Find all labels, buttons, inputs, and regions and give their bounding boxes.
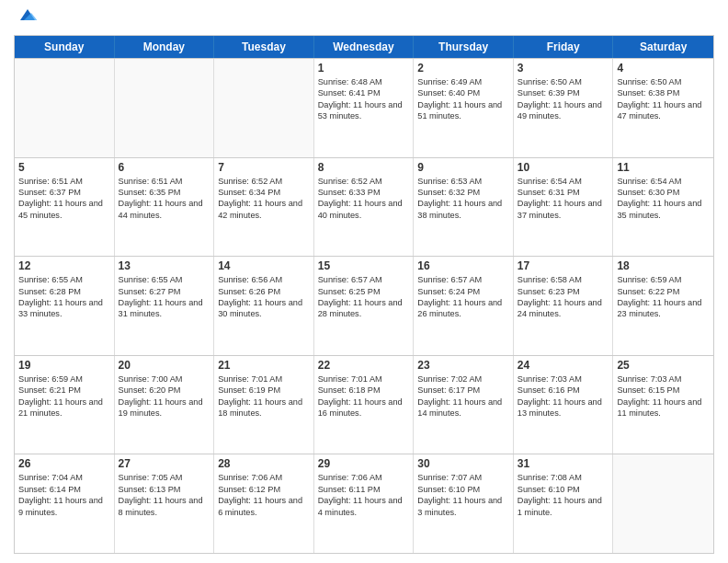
cell-detail: Sunrise: 6:54 AM Sunset: 6:31 PM Dayligh…: [518, 176, 609, 222]
cell-detail: Sunrise: 7:01 AM Sunset: 6:18 PM Dayligh…: [318, 373, 410, 419]
cell-detail: Sunrise: 6:50 AM Sunset: 6:38 PM Dayligh…: [617, 76, 710, 122]
cal-cell-day-15: 15Sunrise: 6:57 AM Sunset: 6:25 PM Dayli…: [314, 257, 415, 355]
day-number: 28: [218, 457, 310, 470]
cal-cell-day-12: 12Sunrise: 6:55 AM Sunset: 6:28 PM Dayli…: [15, 257, 115, 355]
cell-detail: Sunrise: 7:05 AM Sunset: 6:13 PM Dayligh…: [119, 472, 210, 518]
calendar: SundayMondayTuesdayWednesdayThursdayFrid…: [14, 35, 714, 554]
cal-cell-day-11: 11Sunrise: 6:54 AM Sunset: 6:30 PM Dayli…: [613, 158, 713, 257]
cal-header-tuesday: Tuesday: [214, 36, 314, 58]
cal-header-sunday: Sunday: [15, 36, 115, 58]
cal-cell-day-13: 13Sunrise: 6:55 AM Sunset: 6:27 PM Dayli…: [115, 257, 215, 355]
cal-cell-day-6: 6Sunrise: 6:51 AM Sunset: 6:35 PM Daylig…: [115, 158, 215, 257]
cal-cell-day-4: 4Sunrise: 6:50 AM Sunset: 6:38 PM Daylig…: [613, 59, 713, 157]
cal-cell-day-16: 16Sunrise: 6:57 AM Sunset: 6:24 PM Dayli…: [414, 257, 514, 355]
cal-cell-day-22: 22Sunrise: 7:01 AM Sunset: 6:18 PM Dayli…: [314, 356, 415, 454]
cal-cell-day-1: 1Sunrise: 6:48 AM Sunset: 6:41 PM Daylig…: [314, 59, 415, 157]
cell-detail: Sunrise: 7:07 AM Sunset: 6:10 PM Dayligh…: [417, 472, 509, 518]
day-number: 21: [218, 359, 310, 372]
day-number: 27: [119, 457, 210, 470]
cell-detail: Sunrise: 7:08 AM Sunset: 6:10 PM Dayligh…: [518, 472, 609, 518]
cell-detail: Sunrise: 6:57 AM Sunset: 6:25 PM Dayligh…: [318, 274, 410, 320]
cell-detail: Sunrise: 7:06 AM Sunset: 6:12 PM Dayligh…: [218, 472, 310, 518]
calendar-body: 1Sunrise: 6:48 AM Sunset: 6:41 PM Daylig…: [15, 58, 713, 553]
day-number: 22: [318, 359, 410, 372]
day-number: 4: [617, 62, 710, 75]
cal-week-4: 19Sunrise: 6:59 AM Sunset: 6:21 PM Dayli…: [15, 355, 713, 454]
day-number: 2: [417, 62, 509, 75]
day-number: 10: [518, 161, 609, 174]
cal-cell-day-21: 21Sunrise: 7:01 AM Sunset: 6:19 PM Dayli…: [214, 356, 314, 454]
day-number: 17: [518, 259, 609, 272]
cal-cell-day-30: 30Sunrise: 7:07 AM Sunset: 6:10 PM Dayli…: [414, 454, 514, 553]
cal-cell-day-2: 2Sunrise: 6:49 AM Sunset: 6:40 PM Daylig…: [414, 59, 514, 157]
cal-cell-empty: [613, 454, 713, 553]
cal-cell-day-23: 23Sunrise: 7:02 AM Sunset: 6:17 PM Dayli…: [414, 356, 514, 454]
cell-detail: Sunrise: 6:57 AM Sunset: 6:24 PM Dayligh…: [417, 274, 509, 320]
day-number: 3: [518, 62, 609, 75]
cell-detail: Sunrise: 7:06 AM Sunset: 6:11 PM Dayligh…: [318, 472, 410, 518]
cal-cell-day-18: 18Sunrise: 6:59 AM Sunset: 6:22 PM Dayli…: [613, 257, 713, 355]
day-number: 16: [417, 259, 509, 272]
cal-header-thursday: Thursday: [414, 36, 514, 58]
cell-detail: Sunrise: 7:01 AM Sunset: 6:19 PM Dayligh…: [218, 373, 310, 419]
cell-detail: Sunrise: 7:03 AM Sunset: 6:15 PM Dayligh…: [617, 373, 710, 419]
cell-detail: Sunrise: 7:00 AM Sunset: 6:20 PM Dayligh…: [119, 373, 210, 419]
day-number: 5: [18, 161, 110, 174]
cal-cell-day-3: 3Sunrise: 6:50 AM Sunset: 6:39 PM Daylig…: [514, 59, 614, 157]
cell-detail: Sunrise: 7:04 AM Sunset: 6:14 PM Dayligh…: [18, 472, 110, 518]
cal-cell-day-14: 14Sunrise: 6:56 AM Sunset: 6:26 PM Dayli…: [214, 257, 314, 355]
day-number: 18: [617, 259, 710, 272]
day-number: 12: [18, 259, 110, 272]
cal-cell-day-26: 26Sunrise: 7:04 AM Sunset: 6:14 PM Dayli…: [15, 454, 115, 553]
day-number: 11: [617, 161, 710, 174]
cal-cell-day-25: 25Sunrise: 7:03 AM Sunset: 6:15 PM Dayli…: [613, 356, 713, 454]
cal-week-3: 12Sunrise: 6:55 AM Sunset: 6:28 PM Dayli…: [15, 256, 713, 355]
cal-week-2: 5Sunrise: 6:51 AM Sunset: 6:37 PM Daylig…: [15, 157, 713, 257]
cell-detail: Sunrise: 6:55 AM Sunset: 6:27 PM Dayligh…: [119, 274, 210, 320]
day-number: 7: [218, 161, 310, 174]
day-number: 24: [518, 359, 609, 372]
calendar-header-row: SundayMondayTuesdayWednesdayThursdayFrid…: [15, 36, 713, 58]
cell-detail: Sunrise: 6:55 AM Sunset: 6:28 PM Dayligh…: [18, 274, 110, 320]
cal-cell-day-27: 27Sunrise: 7:05 AM Sunset: 6:13 PM Dayli…: [115, 454, 215, 553]
cell-detail: Sunrise: 6:54 AM Sunset: 6:30 PM Dayligh…: [617, 176, 710, 222]
cal-cell-day-8: 8Sunrise: 6:52 AM Sunset: 6:33 PM Daylig…: [314, 158, 415, 257]
day-number: 31: [518, 457, 609, 470]
day-number: 9: [417, 161, 509, 174]
header: [14, 9, 714, 28]
cal-cell-day-17: 17Sunrise: 6:58 AM Sunset: 6:23 PM Dayli…: [514, 257, 614, 355]
cell-detail: Sunrise: 7:03 AM Sunset: 6:16 PM Dayligh…: [518, 373, 609, 419]
cal-cell-empty: [115, 59, 215, 157]
cal-header-monday: Monday: [115, 36, 215, 58]
cell-detail: Sunrise: 6:51 AM Sunset: 6:37 PM Dayligh…: [18, 176, 110, 222]
day-number: 23: [417, 359, 509, 372]
cal-header-saturday: Saturday: [613, 36, 713, 58]
cell-detail: Sunrise: 6:49 AM Sunset: 6:40 PM Dayligh…: [417, 76, 509, 122]
cell-detail: Sunrise: 6:52 AM Sunset: 6:34 PM Dayligh…: [218, 176, 310, 222]
cal-cell-day-19: 19Sunrise: 6:59 AM Sunset: 6:21 PM Dayli…: [15, 356, 115, 454]
cell-detail: Sunrise: 6:48 AM Sunset: 6:41 PM Dayligh…: [318, 76, 410, 122]
cal-header-wednesday: Wednesday: [314, 36, 415, 58]
cal-cell-empty: [15, 59, 115, 157]
day-number: 29: [318, 457, 410, 470]
day-number: 19: [18, 359, 110, 372]
cal-cell-day-7: 7Sunrise: 6:52 AM Sunset: 6:34 PM Daylig…: [214, 158, 314, 257]
cell-detail: Sunrise: 6:51 AM Sunset: 6:35 PM Dayligh…: [119, 176, 210, 222]
cal-header-friday: Friday: [514, 36, 614, 58]
day-number: 13: [119, 259, 210, 272]
logo: [14, 9, 39, 28]
logo-icon: [17, 6, 39, 28]
cell-detail: Sunrise: 6:52 AM Sunset: 6:33 PM Dayligh…: [318, 176, 410, 222]
cal-cell-day-28: 28Sunrise: 7:06 AM Sunset: 6:12 PM Dayli…: [214, 454, 314, 553]
cal-cell-day-24: 24Sunrise: 7:03 AM Sunset: 6:16 PM Dayli…: [514, 356, 614, 454]
day-number: 15: [318, 259, 410, 272]
cal-cell-day-20: 20Sunrise: 7:00 AM Sunset: 6:20 PM Dayli…: [115, 356, 215, 454]
cell-detail: Sunrise: 6:53 AM Sunset: 6:32 PM Dayligh…: [417, 176, 509, 222]
cal-cell-day-9: 9Sunrise: 6:53 AM Sunset: 6:32 PM Daylig…: [414, 158, 514, 257]
cell-detail: Sunrise: 6:59 AM Sunset: 6:21 PM Dayligh…: [18, 373, 110, 419]
cal-week-5: 26Sunrise: 7:04 AM Sunset: 6:14 PM Dayli…: [15, 454, 713, 553]
page: SundayMondayTuesdayWednesdayThursdayFrid…: [0, 0, 728, 563]
day-number: 1: [318, 62, 410, 75]
day-number: 6: [119, 161, 210, 174]
cal-cell-day-29: 29Sunrise: 7:06 AM Sunset: 6:11 PM Dayli…: [314, 454, 415, 553]
